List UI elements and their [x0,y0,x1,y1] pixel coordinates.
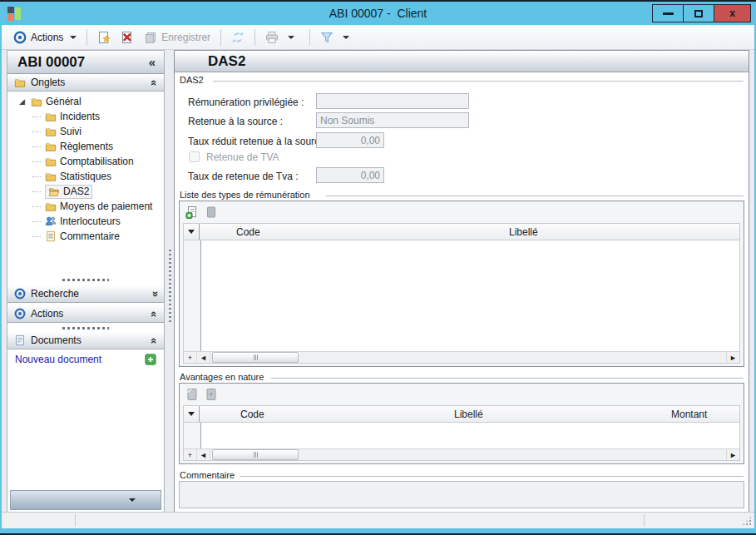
retenue-tva-checkbox[interactable] [189,151,200,162]
tree-item-commentaire[interactable]: Commentaire [7,229,164,244]
tree-item-suivi[interactable]: Suivi [7,124,164,139]
scroll-add-button[interactable]: + [184,352,197,363]
tree-item-moyens-de-paiement[interactable]: Moyens de paiement [7,199,164,214]
chevron-down-icon [129,498,136,502]
panel-actions-label: Actions [31,308,146,320]
edit-row-icon[interactable] [205,388,218,401]
panel-onglets-header[interactable]: Onglets « [7,74,164,92]
close-button[interactable]: x [714,5,750,22]
scroll-thumb[interactable] [212,352,299,363]
retenue-source-input[interactable] [316,112,469,128]
scroll-right-button[interactable]: ► [726,449,739,460]
refresh-icon [231,31,245,44]
sidebar-splitter[interactable] [166,50,174,514]
sidebar-header: ABI 00007 « [7,51,164,74]
panel-recherche-label: Recherche [31,288,146,300]
delete-record-button[interactable] [116,28,139,47]
tree-expander-icon[interactable]: ◢ [19,97,27,106]
statusbar-divider [644,514,645,527]
panel-documents-header[interactable]: Documents « [7,332,164,349]
actions-menu-label: Actions [31,32,63,43]
bullseye-icon [14,288,26,300]
column-header-montant[interactable]: Montant [671,406,707,423]
add-row-icon[interactable] [185,206,199,219]
panel-documents-label: Documents [31,334,146,346]
add-row-icon[interactable] [185,388,199,401]
folder-icon [31,96,42,107]
chevron-up-icon[interactable]: « [148,337,161,343]
tree-item-label: Général [46,96,82,107]
tree-item-statistiques[interactable]: Statistiques [7,169,164,184]
print-dropdown-icon[interactable] [288,36,294,39]
remuneration-table-body[interactable] [184,240,739,351]
toolbar-separator [254,29,255,46]
record-title: ABI 00007 [7,54,149,71]
remuneration-table-header: Code Libellé [184,224,739,240]
scroll-right-button[interactable]: ► [726,352,739,363]
column-header-libelle[interactable]: Libellé [454,406,483,423]
window-title: ABI 00007 - Client [0,2,756,25]
filter-button[interactable] [315,28,359,47]
group-avantages-label: Avantages en nature [180,372,269,382]
tabs-tree: ◢ Général Incidents Suivi [7,94,164,244]
tree-item-das2[interactable]: DAS2 [7,184,164,199]
new-record-icon [97,31,111,44]
scroll-add-button[interactable]: + [184,449,197,460]
window-controls: x [652,4,751,22]
new-record-button[interactable] [92,28,116,47]
tree-item-interlocuteurs[interactable]: Interlocuteurs [7,214,164,229]
maximize-button[interactable] [684,5,714,22]
group-remuneration-line [326,196,744,196]
collapse-sidebar-icon[interactable]: « [149,55,164,69]
column-header-libelle[interactable]: Libellé [509,224,538,240]
scroll-thumb[interactable] [212,449,299,460]
taux-reduit-input[interactable] [316,132,384,148]
folder-icon [45,111,57,122]
resize-grip-icon[interactable] [742,516,752,526]
filter-dropdown-icon[interactable] [343,36,349,39]
row-selector-header[interactable] [184,224,200,240]
print-button[interactable] [260,28,304,47]
panel-actions-header[interactable]: Actions « [7,305,164,323]
tree-item-comptabilisation[interactable]: Comptabilisation [7,154,164,169]
tree-item-incidents[interactable]: Incidents [7,109,164,124]
row-marker-icon [188,230,195,234]
new-document-link[interactable]: Nouveau document [15,354,145,365]
avantages-table-header: Code Libellé Montant [184,406,739,423]
tree-item-label: Incidents [60,111,100,122]
scroll-left-button[interactable]: ◄ [197,449,210,460]
sidebar-overflow-bar[interactable] [10,490,161,510]
panel-recherche-header[interactable]: Recherche « [7,285,164,303]
chevron-up-icon[interactable]: « [148,310,161,316]
statusbar-divider [75,514,76,527]
commentaire-textarea[interactable] [179,481,744,508]
tree-item-reglements[interactable]: Règlements [7,139,164,154]
actions-menu-button[interactable]: Actions [8,28,82,47]
chevron-down-icon[interactable]: « [148,290,161,296]
minimize-button[interactable] [653,5,684,22]
remuneration-privilegiee-input[interactable] [316,93,469,109]
tree-item-label: Moyens de paiement [60,201,152,212]
taux-tva-input[interactable] [316,167,384,183]
scroll-track[interactable] [299,352,726,363]
avantages-hscrollbar[interactable]: + ◄ ► [184,448,739,460]
row-selector-header[interactable] [184,406,200,422]
scroll-track[interactable] [299,449,726,460]
panel-separator [62,327,109,329]
delete-row-icon[interactable] [205,206,218,219]
page-title: DAS2 [175,53,245,70]
delete-record-icon [121,31,134,44]
printer-icon [265,31,279,44]
panel-separator [62,279,109,281]
scroll-left-button[interactable]: ◄ [197,352,210,363]
refresh-button[interactable] [226,28,250,47]
remuneration-hscrollbar[interactable]: + ◄ ► [184,351,739,363]
save-button[interactable]: Enregistrer [139,28,215,47]
avantages-table-body[interactable] [184,423,739,448]
column-header-code[interactable]: Code [236,224,260,240]
add-icon[interactable] [145,354,156,365]
chevron-up-icon[interactable]: « [148,79,161,85]
column-header-code[interactable]: Code [240,406,264,423]
tree-item-general[interactable]: ◢ Général [7,94,164,109]
folder-icon [45,171,57,182]
